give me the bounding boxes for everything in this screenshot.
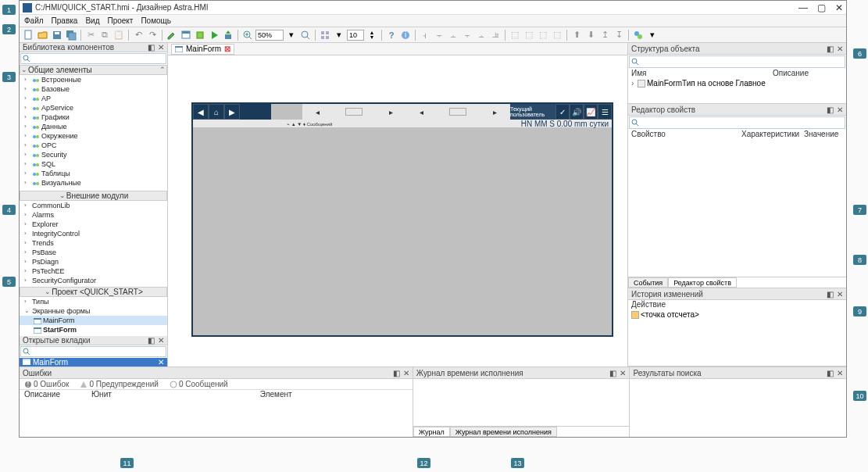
tree-item[interactable]: ›Таблицы <box>20 169 167 178</box>
structure-row[interactable]: ›MainFormТип на основе Главное о... <box>628 78 846 88</box>
align-left-icon[interactable]: ⫞ <box>419 29 431 41</box>
tree-item[interactable]: ›Графики <box>20 113 167 122</box>
tree-item[interactable]: ›Базовые <box>20 84 167 94</box>
tree-item[interactable]: ›ApService <box>20 103 167 113</box>
close-icon[interactable]: ✕ <box>837 290 843 299</box>
close-icon[interactable]: ✕ <box>158 358 164 367</box>
help-icon[interactable]: ? <box>385 29 398 41</box>
copy-icon[interactable]: ⧉ <box>98 29 111 41</box>
close-button[interactable]: ✕ <box>835 2 843 13</box>
align-bottom-icon[interactable]: ⫡ <box>489 29 502 41</box>
tree-item[interactable]: ›Данные <box>20 122 167 131</box>
opentabs-search[interactable] <box>20 346 166 356</box>
tree-item[interactable]: ›PsTechEE <box>20 266 167 276</box>
dock-icon[interactable]: ◧ <box>827 45 834 53</box>
nav-fwd-icon[interactable]: ▶ <box>224 104 240 120</box>
group-project[interactable]: ⌄Проект <QUICK_START> <box>20 287 167 297</box>
grid-icon[interactable] <box>319 29 331 41</box>
back-icon[interactable]: ⬇ <box>584 29 597 41</box>
tree-item[interactable]: ›Explorer <box>20 220 167 229</box>
open-icon[interactable] <box>37 29 49 41</box>
tree-item[interactable]: ›Trends <box>20 238 167 248</box>
design-canvas[interactable]: ◀ ⌂ ▶ ◂▸ ◂▸ Текущий пользователь ✓ 🔊 <box>168 55 627 367</box>
check-icon[interactable]: ✓ <box>555 104 570 120</box>
node-startform[interactable]: StartForm <box>20 325 167 334</box>
tree-item[interactable]: ›PsDiagn <box>20 257 167 266</box>
close-icon[interactable]: ✕ <box>837 369 843 377</box>
front-icon[interactable]: ⬆ <box>570 29 583 41</box>
tab-runtime-journal[interactable]: Журнал времени исполнения <box>450 427 557 437</box>
deploy-icon[interactable] <box>222 29 234 41</box>
type-icon[interactable] <box>194 29 206 41</box>
nav-back-icon[interactable]: ◀ <box>193 104 209 120</box>
dock-icon[interactable]: ◧ <box>148 336 155 345</box>
tree-item[interactable]: ›SQL <box>20 159 167 169</box>
tree-item[interactable]: ›CommonLib <box>20 201 167 210</box>
menu-help[interactable]: Помощь <box>141 16 171 25</box>
zoomfit-icon[interactable] <box>241 29 254 41</box>
dock-icon[interactable]: ◧ <box>827 105 834 114</box>
msg-count[interactable]: 0 Сообщений <box>170 380 228 388</box>
save-icon[interactable] <box>51 29 63 41</box>
open-tab-mainform[interactable]: MainForm ✕ <box>20 358 167 367</box>
align-hcenter-icon[interactable]: ⫟ <box>433 29 445 41</box>
align-vcenter-icon[interactable]: ⫠ <box>475 29 488 41</box>
settings-icon[interactable] <box>632 29 645 41</box>
align-right-icon[interactable]: ⫠ <box>447 29 459 41</box>
menu-edit[interactable]: Правка <box>52 16 78 25</box>
close-icon[interactable]: ✕ <box>620 369 626 377</box>
dock-icon[interactable]: ◧ <box>827 290 834 299</box>
sound-icon[interactable]: 🔊 <box>570 104 584 120</box>
history-row[interactable]: <точка отсчета> <box>628 309 846 320</box>
play-icon[interactable] <box>208 29 220 41</box>
undo-icon[interactable]: ↶ <box>132 29 145 41</box>
props-search[interactable] <box>629 116 845 129</box>
minimize-button[interactable]: — <box>798 2 808 13</box>
warn-count[interactable]: 0 Предупреждений <box>80 380 158 388</box>
zoomout-icon[interactable] <box>299 29 312 41</box>
close-icon[interactable]: ✕ <box>158 43 164 52</box>
close-icon[interactable]: ⊠ <box>224 45 230 53</box>
form-preview[interactable]: ◀ ⌂ ▶ ◂▸ ◂▸ Текущий пользователь ✓ 🔊 <box>191 102 613 337</box>
tree-item[interactable]: ›IntegrityControl <box>20 229 167 238</box>
tree-item[interactable]: ›АР <box>20 94 167 103</box>
close-icon[interactable]: ✕ <box>837 45 843 53</box>
tree-item[interactable]: ›Визуальные <box>20 178 167 188</box>
new-icon[interactable] <box>23 29 35 41</box>
menu-project[interactable]: Проект <box>107 16 133 25</box>
node-mainform[interactable]: MainForm <box>20 316 167 325</box>
tree-item[interactable]: ›OPC <box>20 141 167 150</box>
zoom-input[interactable] <box>255 30 284 41</box>
dist-v-icon[interactable]: ⬚ <box>523 29 535 41</box>
tab-events[interactable]: События <box>628 277 668 288</box>
tab-journal[interactable]: Журнал <box>413 427 450 437</box>
tree-item[interactable]: ›Alarms <box>20 210 167 220</box>
menu-view[interactable]: Вид <box>85 16 99 25</box>
dock-icon[interactable]: ◧ <box>148 43 155 52</box>
nav-home-icon[interactable]: ⌂ <box>209 104 224 120</box>
paste-icon[interactable]: 📋 <box>113 29 125 41</box>
chevron-down-icon[interactable]: ▾ <box>646 29 659 41</box>
backward-icon[interactable]: ↧ <box>613 29 625 41</box>
maximize-button[interactable]: ▢ <box>817 2 826 13</box>
redo-icon[interactable]: ↷ <box>146 29 159 41</box>
chevron-down-icon[interactable]: ▾ <box>333 29 345 41</box>
menu-file[interactable]: Файл <box>24 16 44 25</box>
group-common[interactable]: ⌄Общие элементы⌃ <box>20 65 167 75</box>
node-types[interactable]: ›Типы <box>20 297 167 306</box>
dock-icon[interactable]: ◧ <box>609 369 616 377</box>
group-external[interactable]: ⌄Внешние модули <box>20 191 167 201</box>
list-icon[interactable]: ☰ <box>598 104 612 120</box>
close-icon[interactable]: ✕ <box>158 336 164 345</box>
grid-size-input[interactable] <box>347 30 364 41</box>
chart-icon[interactable]: 📈 <box>584 104 598 120</box>
cut-icon[interactable]: ✂ <box>84 29 97 41</box>
node-forms[interactable]: ⌄Экранные формы <box>20 306 167 316</box>
tab-propeditor[interactable]: Редактор свойств <box>668 277 737 288</box>
library-search[interactable] <box>20 53 166 63</box>
close-icon[interactable]: ✕ <box>403 369 409 377</box>
form-icon[interactable] <box>180 29 192 41</box>
tree-item[interactable]: ›SecurityConfigurator <box>20 276 167 285</box>
tree-item[interactable]: ›PsBase <box>20 248 167 257</box>
dock-icon[interactable]: ◧ <box>827 369 834 377</box>
